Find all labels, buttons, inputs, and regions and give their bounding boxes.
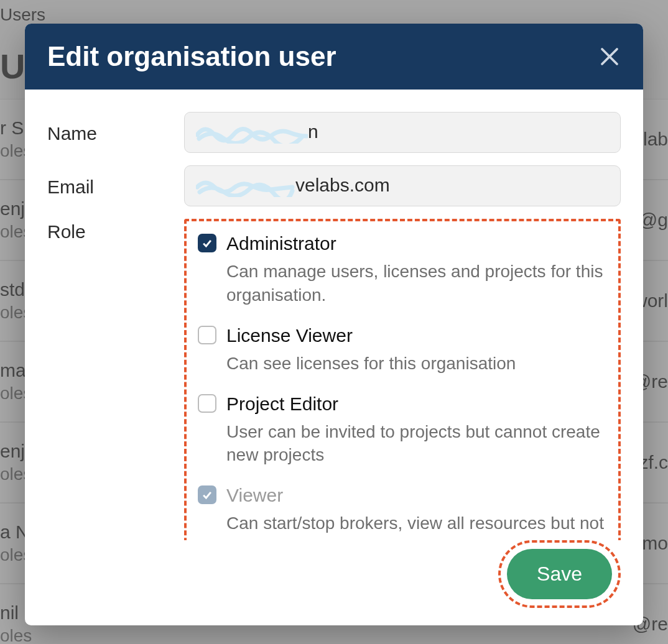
role-description: Can see licenses for this organisation [226,352,607,375]
modal-title: Edit organisation user [47,41,336,72]
email-row: Email velabs.com [47,165,621,206]
role-item: Project EditorUser can be invited to pro… [198,393,607,467]
role-description: Can start/stop brokers, view all resourc… [226,512,607,540]
role-item: License ViewerCan see licenses for this … [198,324,607,375]
role-checkbox[interactable] [198,234,216,252]
name-label: Name [47,121,172,144]
role-text: Project EditorUser can be invited to pro… [226,393,607,467]
modal-body: Name n Email velabs.com Role [25,90,643,540]
role-text: ViewerCan start/stop brokers, view all r… [226,484,607,540]
save-button[interactable]: Save [507,549,612,599]
name-row: Name n [47,112,621,153]
name-input[interactable]: n [184,112,621,153]
role-text: License ViewerCan see licenses for this … [226,324,607,375]
edit-user-modal: Edit organisation user Name n Email [25,24,643,625]
role-row: Role AdministratorCan manage users, lice… [47,219,621,540]
role-checkbox[interactable] [198,326,216,344]
name-value-suffix: n [308,121,318,142]
role-description: User can be invited to projects but cann… [226,420,607,467]
role-text: AdministratorCan manage users, licenses … [226,232,607,307]
role-title: Administrator [226,232,607,255]
modal-footer: Save [25,540,643,625]
role-checkbox[interactable] [198,394,216,413]
role-checkbox [198,485,216,504]
email-label: Email [47,174,172,198]
email-input[interactable]: velabs.com [184,165,621,206]
modal-header: Edit organisation user [25,24,643,90]
email-value-suffix: velabs.com [295,175,390,195]
role-item: AdministratorCan manage users, licenses … [198,232,607,307]
close-icon[interactable] [598,45,621,68]
role-label: Role [47,219,172,242]
roles-highlight-box: AdministratorCan manage users, licenses … [184,219,621,540]
role-item: ViewerCan start/stop brokers, view all r… [198,484,607,540]
redaction-scribble [196,122,308,144]
role-title: License Viewer [226,324,607,347]
role-title: Project Editor [226,393,607,415]
role-description: Can manage users, licenses and projects … [226,260,607,307]
role-title: Viewer [226,484,607,507]
save-highlight-ring: Save [498,540,621,608]
redaction-scribble [196,176,295,197]
